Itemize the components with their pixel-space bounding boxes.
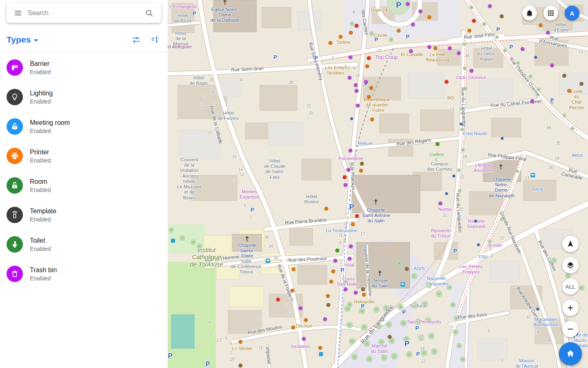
types-dropdown[interactable]: Types bbox=[7, 35, 38, 45]
avatar-letter: A bbox=[570, 10, 575, 17]
device-wireless-avatar bbox=[7, 207, 23, 223]
search-icon bbox=[145, 9, 154, 18]
type-list-item[interactable]: Meeting room Enabled bbox=[0, 112, 168, 141]
type-list-item[interactable]: Trash bin Enabled bbox=[0, 259, 168, 289]
apps-grid-icon bbox=[547, 9, 554, 17]
home-fab-button[interactable] bbox=[559, 342, 582, 365]
type-status: Enabled bbox=[30, 246, 51, 252]
navigation-arrow-icon bbox=[566, 239, 575, 248]
toilet-avatar bbox=[7, 236, 23, 253]
notifications-button[interactable] bbox=[522, 6, 537, 20]
sort-icon bbox=[150, 35, 159, 44]
type-list-item[interactable]: Room Enabled bbox=[0, 171, 168, 200]
printer-icon bbox=[10, 151, 19, 160]
panel-divider bbox=[0, 52, 168, 52]
type-name: Barrier bbox=[30, 60, 51, 68]
map-canvas[interactable]: Rue de la DalbadeRue Saint-JeanRue Saint… bbox=[168, 0, 588, 368]
types-toolbar: Types bbox=[0, 31, 168, 48]
type-list-item[interactable]: Barrier Enabled bbox=[0, 53, 168, 82]
map-base-layer bbox=[168, 0, 588, 368]
sort-button[interactable] bbox=[149, 34, 161, 46]
apps-grid-button[interactable] bbox=[543, 6, 558, 20]
trash-icon bbox=[10, 269, 19, 278]
lock-open-icon bbox=[10, 122, 19, 131]
type-status: Enabled bbox=[30, 157, 51, 164]
chevron-down-icon bbox=[34, 39, 38, 42]
minus-icon bbox=[566, 325, 575, 333]
tune-icon bbox=[132, 35, 141, 44]
account-avatar[interactable]: A bbox=[565, 6, 579, 20]
lock-open-avatar bbox=[7, 177, 23, 194]
type-name: Lighting bbox=[30, 90, 53, 97]
all-button-label: ALL bbox=[566, 284, 575, 290]
type-status: Enabled bbox=[30, 275, 57, 282]
types-title-label: Types bbox=[7, 35, 31, 45]
printer-avatar bbox=[7, 148, 23, 164]
search-button[interactable] bbox=[143, 7, 155, 19]
zoom-out-button[interactable] bbox=[562, 321, 579, 337]
zoom-in-button[interactable] bbox=[562, 300, 579, 316]
device-wireless-icon bbox=[10, 210, 19, 219]
barrier-avatar bbox=[7, 59, 23, 76]
home-icon bbox=[565, 348, 576, 359]
lock-open-icon bbox=[10, 181, 19, 190]
lightbulb-icon bbox=[10, 93, 19, 102]
type-name: Trash bin bbox=[30, 266, 57, 274]
left-panel: Types bbox=[0, 0, 168, 368]
type-status: Enabled bbox=[30, 216, 56, 223]
layers-button[interactable] bbox=[562, 257, 579, 273]
search-input[interactable] bbox=[28, 9, 139, 17]
type-list-item[interactable]: Lighting Enabled bbox=[0, 82, 168, 112]
lightbulb-avatar bbox=[7, 89, 23, 105]
all-filter-button[interactable]: ALL bbox=[562, 278, 579, 295]
type-name: Meeting room bbox=[30, 119, 70, 126]
toilet-icon bbox=[10, 240, 19, 249]
layers-icon bbox=[566, 261, 575, 270]
type-name: Room bbox=[30, 178, 51, 185]
filter-button[interactable] bbox=[130, 34, 142, 46]
type-name: Toilet bbox=[30, 237, 51, 244]
type-list-item[interactable]: Printer Enabled bbox=[0, 141, 168, 171]
type-status: Enabled bbox=[30, 69, 51, 75]
app-window: Rue de la DalbadeRue Saint-JeanRue Saint… bbox=[0, 0, 588, 368]
type-list-item[interactable]: Toilet Enabled bbox=[0, 230, 168, 259]
hamburger-icon bbox=[14, 9, 22, 17]
type-list-item[interactable]: Template Enabled bbox=[0, 200, 168, 230]
trash-avatar bbox=[7, 266, 23, 282]
menu-button[interactable] bbox=[12, 7, 24, 19]
barrier-icon bbox=[10, 63, 19, 72]
type-status: Enabled bbox=[30, 187, 51, 193]
type-name: Printer bbox=[30, 149, 51, 156]
type-status: Enabled bbox=[30, 98, 53, 105]
type-status: Enabled bbox=[30, 128, 70, 134]
bell-icon bbox=[525, 9, 534, 17]
compass-button[interactable] bbox=[562, 236, 579, 252]
search-bar[interactable] bbox=[7, 3, 161, 23]
plus-icon bbox=[566, 304, 575, 312]
lock-open-avatar bbox=[7, 118, 23, 135]
type-name: Template bbox=[30, 208, 56, 215]
type-list: Barrier Enabled Lighting Enabled Meeting… bbox=[0, 53, 168, 289]
